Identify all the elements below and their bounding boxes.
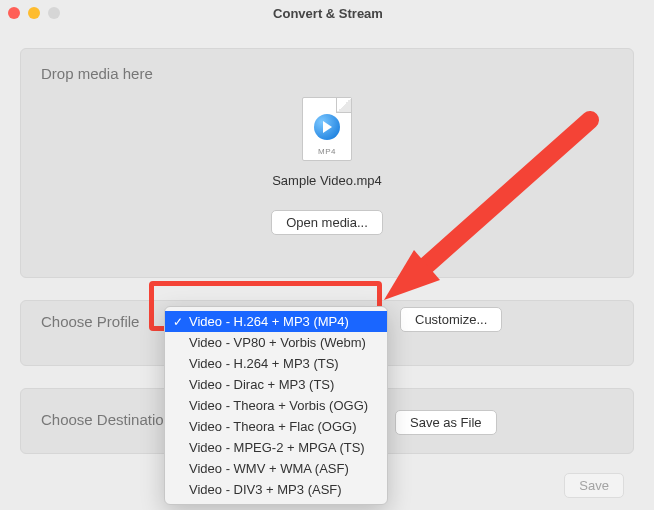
save-button[interactable]: Save [564, 473, 624, 498]
drop-media-title: Drop media here [41, 65, 613, 82]
profile-option-label: Video - H.264 + MP3 (TS) [189, 356, 339, 371]
save-as-file-button[interactable]: Save as File [395, 410, 497, 435]
profile-option[interactable]: Video - Theora + Vorbis (OGG) [165, 395, 387, 416]
title-bar: Convert & Stream [0, 0, 654, 26]
file-name-label: Sample Video.mp4 [272, 173, 382, 188]
profile-option[interactable]: ✓ Video - H.264 + MP3 (MP4) [165, 311, 387, 332]
profile-option-label: Video - Dirac + MP3 (TS) [189, 377, 334, 392]
customize-button[interactable]: Customize... [400, 307, 502, 332]
annotation-arrow-icon [370, 100, 610, 310]
play-icon [314, 114, 340, 140]
window-controls [8, 7, 60, 19]
window-title: Convert & Stream [60, 6, 646, 21]
file-icon: MP4 [302, 97, 352, 161]
profile-option[interactable]: Video - WMV + WMA (ASF) [165, 458, 387, 479]
profile-option[interactable]: Video - Dirac + MP3 (TS) [165, 374, 387, 395]
svg-line-0 [410, 120, 590, 280]
choose-destination-title: Choose Destination [41, 411, 172, 428]
zoom-window-button[interactable] [48, 7, 60, 19]
profile-option-label: Video - DIV3 + MP3 (ASF) [189, 482, 342, 497]
profile-option-label: Video - Theora + Vorbis (OGG) [189, 398, 368, 413]
profile-option-label: Video - Theora + Flac (OGG) [189, 419, 357, 434]
profile-option[interactable]: Video - DIV3 + MP3 (ASF) [165, 479, 387, 500]
checkmark-icon: ✓ [173, 315, 183, 329]
file-ext-label: MP4 [303, 147, 351, 156]
profile-dropdown-menu[interactable]: ✓ Video - H.264 + MP3 (MP4) Video - VP80… [164, 306, 388, 505]
minimize-window-button[interactable] [28, 7, 40, 19]
profile-option[interactable]: Video - H.264 + MP3 (TS) [165, 353, 387, 374]
profile-option-label: Video - WMV + WMA (ASF) [189, 461, 349, 476]
profile-option[interactable]: Video - VP80 + Vorbis (Webm) [165, 332, 387, 353]
profile-option-label: Video - VP80 + Vorbis (Webm) [189, 335, 366, 350]
profile-option[interactable]: Video - Theora + Flac (OGG) [165, 416, 387, 437]
profile-option-label: Video - H.264 + MP3 (MP4) [189, 314, 349, 329]
profile-option-label: Video - MPEG-2 + MPGA (TS) [189, 440, 365, 455]
profile-option[interactable]: Video - MPEG-2 + MPGA (TS) [165, 437, 387, 458]
close-window-button[interactable] [8, 7, 20, 19]
open-media-button[interactable]: Open media... [271, 210, 383, 235]
